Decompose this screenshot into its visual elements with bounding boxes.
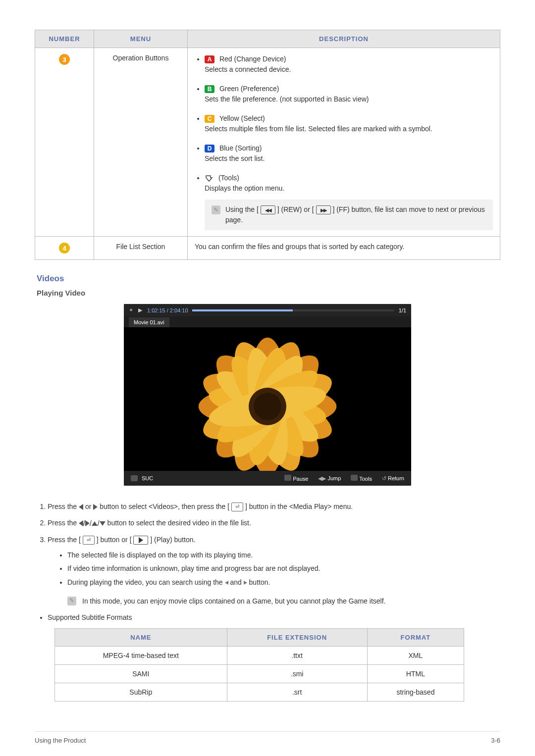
tools-btn-icon	[351, 475, 358, 481]
pause-label: Pause	[293, 476, 308, 482]
nav-arrows-icon: ///	[79, 517, 106, 530]
rew-icon: ◀◀	[261, 205, 275, 214]
supported-subtitle-bullet: Supported Subtitle Formats	[48, 613, 500, 621]
right-arrow-small-icon	[244, 581, 247, 585]
row-number-badge-4: 4	[59, 243, 70, 253]
yellow-text: Selects multiple files from file list. S…	[205, 125, 432, 133]
blue-label: Blue (Sorting)	[219, 144, 262, 152]
right-arrow-icon	[93, 504, 98, 510]
player-index: 1/1	[399, 307, 406, 313]
sub-bullet: The selected file is displayed on the to…	[67, 549, 500, 561]
th-menu: Menu	[94, 30, 188, 48]
row-menu: File List Section	[94, 237, 188, 260]
player-logo-icon: ✦	[129, 307, 133, 313]
play-button-icon	[133, 536, 148, 545]
row-menu: Operation Buttons	[94, 48, 188, 237]
blue-button-icon: D	[205, 145, 214, 152]
pause-btn-icon	[284, 475, 291, 481]
progress-bar	[192, 309, 394, 311]
row-description: You can confirm the files and groups tha…	[188, 237, 500, 260]
sub-th-name: Name	[55, 629, 227, 647]
return-label: Return	[388, 475, 404, 481]
red-label: Red (Change Device)	[219, 55, 286, 63]
steps-list: Press the or button to select <Videos>, …	[35, 501, 500, 606]
note-text-b: ] (REW) or [	[277, 205, 314, 213]
green-text: Sets the file preference. (not supported…	[205, 95, 369, 103]
green-button-icon: B	[205, 85, 214, 93]
table-row: 4 File List Section You can confirm the …	[35, 237, 500, 260]
blue-text: Selects the sort list.	[205, 154, 265, 162]
yellow-button-icon: C	[205, 115, 214, 123]
return-arrow-icon: ↺	[382, 475, 386, 481]
note-icon: ✎	[212, 205, 220, 214]
enter-icon: ⏎	[231, 503, 243, 511]
step-3: Press the [ ⏎ ] button or [ ] (Play) but…	[48, 534, 500, 606]
ff-icon: ▶▶	[316, 205, 331, 214]
step-1: Press the or button to select <Videos>, …	[48, 501, 500, 513]
videos-heading: Videos	[37, 274, 500, 284]
yellow-label: Yellow (Select)	[219, 114, 265, 122]
video-player: ✦ ▶ 1:02:15 / 2:04:10 1/1 Movie 01.avi	[124, 304, 411, 486]
suc-flag-icon	[131, 475, 138, 481]
footer-right: 3-6	[491, 737, 500, 744]
inline-note-text: In this mode, you can enjoy movie clips …	[82, 596, 385, 606]
table-row: 3 Operation Buttons A Red (Change Device…	[35, 48, 500, 237]
sub-th-format: Format	[367, 629, 464, 647]
table-row: SubRip .srt string-based	[55, 683, 464, 702]
player-filename: Movie 01.avi	[129, 317, 169, 327]
svg-point-17	[254, 393, 281, 420]
row-description: A Red (Change Device) Selects a connecte…	[188, 48, 500, 237]
red-button-icon: A	[205, 55, 214, 63]
sub-bullet: If video time information is unknown, pl…	[67, 562, 500, 575]
tools-label: Tools	[359, 476, 372, 482]
tools-label: (Tools)	[218, 174, 239, 182]
footer-left: Using the Product	[35, 737, 86, 744]
sub-bullet: During playing the video, you can search…	[67, 576, 500, 589]
tools-text: Displays the option menu.	[205, 184, 284, 192]
tools-icon	[205, 174, 214, 182]
note-text-a: Using the [	[225, 205, 259, 213]
note-box: ✎ Using the [ ◀◀ ] (REW) or [ ▶▶ ] (FF) …	[205, 200, 493, 230]
jump-arrows-icon: ◀▶	[318, 475, 326, 481]
jump-label: Jump	[327, 475, 341, 481]
enter-icon: ⏎	[83, 536, 95, 545]
subtitle-formats-table: Name File Extension Format MPEG-4 time-b…	[54, 628, 464, 702]
player-time: 1:02:15 / 2:04:10	[147, 307, 188, 313]
page-footer: Using the Product 3-6	[35, 731, 500, 744]
playing-video-heading: Playing Video	[37, 289, 500, 297]
th-description: Description	[188, 30, 500, 48]
operation-table: Number Menu Description 3 Operation Butt…	[35, 30, 500, 260]
player-image	[124, 327, 411, 471]
row-number-badge-3: 3	[59, 54, 70, 65]
table-row: MPEG-4 time-based text .ttxt XML	[55, 647, 464, 665]
green-label: Green (Preference)	[219, 85, 279, 93]
th-number: Number	[35, 30, 94, 48]
step-2: Press the /// button to select the desir…	[48, 517, 500, 530]
play-icon: ▶	[138, 307, 142, 313]
suc-label: SUC	[142, 475, 153, 481]
inline-note: ✎ In this mode, you can enjoy movie clip…	[67, 596, 500, 606]
left-arrow-small-icon	[225, 581, 228, 585]
red-text: Selects a connected device.	[205, 65, 291, 73]
table-row: SAMI .smi HTML	[55, 665, 464, 683]
sub-th-ext: File Extension	[227, 629, 367, 647]
note-icon: ✎	[67, 597, 76, 605]
left-arrow-icon	[79, 504, 83, 510]
